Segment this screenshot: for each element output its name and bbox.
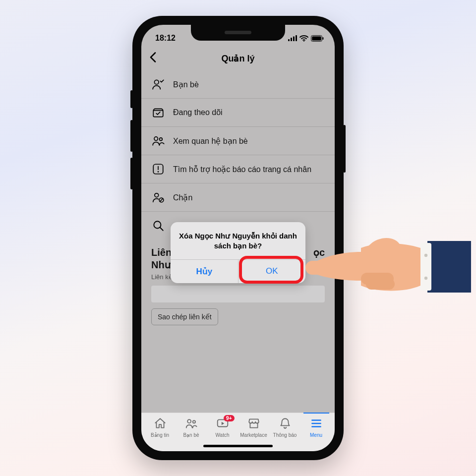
- row-block-label: Chặn: [173, 193, 192, 202]
- wifi-icon: [299, 35, 308, 42]
- power-button: [343, 125, 346, 173]
- tab-marketplace[interactable]: Marketplace: [239, 417, 269, 438]
- tab-friends-label: Bạn bè: [183, 432, 199, 438]
- tab-active-indicator: [303, 413, 329, 414]
- search-icon: [151, 219, 165, 233]
- svg-point-28: [424, 254, 427, 257]
- svg-line-17: [160, 198, 163, 201]
- svg-rect-6: [312, 36, 321, 41]
- box-check-icon: [151, 106, 165, 119]
- svg-point-20: [187, 419, 191, 423]
- cellular-icon: [288, 35, 297, 41]
- person-block-icon: [151, 190, 165, 204]
- svg-point-10: [154, 137, 158, 140]
- tab-notifications[interactable]: Thông báo: [270, 417, 300, 438]
- home-icon: [154, 417, 167, 431]
- bell-icon: [279, 417, 292, 431]
- tab-friends[interactable]: Bạn bè: [177, 417, 206, 438]
- volume-up-button: [130, 120, 133, 152]
- svg-rect-26: [427, 241, 471, 293]
- menu-icon: [310, 417, 323, 431]
- row-mutual-label: Xem quan hệ bạn bè: [173, 136, 248, 146]
- svg-point-4: [303, 40, 304, 41]
- mute-switch: [130, 90, 133, 108]
- svg-rect-30: [305, 261, 364, 275]
- volume-down-button: [130, 158, 133, 189]
- watch-badge: 9+: [224, 415, 234, 421]
- dialog-buttons: Hủy OK: [171, 259, 305, 283]
- status-time: 18:12: [155, 34, 176, 43]
- tab-feed[interactable]: Bảng tin: [145, 417, 175, 438]
- svg-line-19: [160, 228, 163, 231]
- svg-rect-2: [293, 37, 295, 42]
- page-title: Quản lý: [221, 53, 254, 64]
- tab-feed-label: Bảng tin: [151, 432, 169, 438]
- tab-notifications-label: Thông báo: [273, 432, 297, 438]
- pointing-hand-annotation: [302, 213, 471, 312]
- svg-point-29: [424, 277, 427, 280]
- battery-icon: [311, 35, 324, 42]
- svg-rect-7: [323, 37, 324, 40]
- row-report[interactable]: Tìm hỗ trợ hoặc báo cáo trang cá nhân: [141, 155, 335, 183]
- people-icon: [151, 134, 165, 148]
- tab-watch[interactable]: 9+ Watch: [208, 417, 238, 438]
- svg-rect-1: [291, 38, 292, 41]
- home-indicator[interactable]: [203, 445, 273, 447]
- row-report-label: Tìm hỗ trợ hoặc báo cáo trang cá nhân: [173, 165, 311, 174]
- svg-point-8: [154, 80, 159, 84]
- svg-point-14: [158, 171, 159, 173]
- row-friends[interactable]: Bạn bè: [141, 70, 335, 99]
- row-block[interactable]: Chặn: [141, 183, 335, 212]
- confirm-dialog: Xóa Ngọc Như Nguyễn khỏi danh sách bạn b…: [171, 222, 305, 283]
- ok-button[interactable]: OK: [238, 260, 306, 283]
- svg-rect-3: [296, 35, 297, 41]
- report-icon: [151, 162, 165, 176]
- marketplace-icon: [247, 417, 260, 431]
- svg-point-11: [160, 138, 163, 141]
- status-indicators: [288, 35, 324, 42]
- tab-menu-label: Menu: [310, 432, 322, 438]
- link-url-field[interactable]: [151, 286, 325, 302]
- svg-rect-0: [288, 39, 290, 41]
- row-following[interactable]: Đang theo dõi: [141, 99, 335, 127]
- svg-point-21: [192, 420, 195, 423]
- svg-rect-32: [366, 279, 395, 290]
- tab-marketplace-label: Marketplace: [240, 432, 267, 438]
- notch: [191, 25, 285, 41]
- link-heading-part2: Như: [151, 259, 171, 270]
- tab-menu[interactable]: Menu: [301, 417, 331, 438]
- row-friends-label: Bạn bè: [173, 80, 199, 89]
- link-heading-part1: Liên: [151, 247, 172, 258]
- copy-link-button[interactable]: Sao chép liên kết: [151, 308, 218, 325]
- friends-icon: [185, 417, 198, 431]
- row-mutual-friends[interactable]: Xem quan hệ bạn bè: [141, 127, 335, 155]
- back-button[interactable]: [149, 51, 156, 66]
- svg-point-15: [155, 193, 159, 197]
- tab-watch-label: Watch: [216, 432, 230, 438]
- nav-header: Quản lý: [141, 47, 335, 70]
- person-check-icon: [151, 77, 165, 91]
- speaker: [225, 31, 251, 34]
- svg-rect-27: [420, 243, 431, 291]
- row-following-label: Đang theo dõi: [173, 108, 223, 117]
- cancel-button[interactable]: Hủy: [171, 260, 238, 283]
- dialog-message: Xóa Ngọc Như Nguyễn khỏi danh sách bạn b…: [171, 222, 305, 259]
